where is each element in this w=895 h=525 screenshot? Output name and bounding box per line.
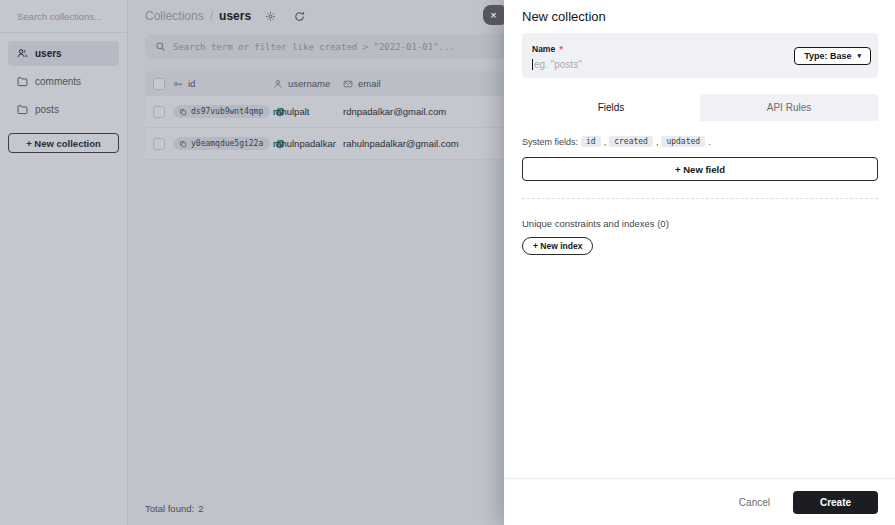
create-button[interactable]: Create [793,491,878,514]
dashed-divider [522,198,878,199]
system-fields-prefix: System fields: [522,137,578,147]
close-icon[interactable]: × [483,5,504,25]
separator: , [656,137,659,147]
app-window: users comments posts + New collection Co… [0,0,895,525]
new-field-button[interactable]: + New field [522,157,878,181]
drawer-footer: Cancel Create [504,478,895,525]
cancel-button[interactable]: Cancel [739,497,770,508]
fields-tab-panel: System fields: id , created , updated . … [504,121,895,255]
indexes-heading: Unique constraints and indexes (0) [522,218,878,229]
separator: , [604,137,607,147]
drawer-title: New collection [504,0,895,24]
collection-type-label: Type: Base [804,51,851,61]
collection-type-dropdown[interactable]: Type: Base ▾ [794,47,871,65]
new-index-button[interactable]: + New index [522,237,593,255]
system-field-badge: id [581,136,601,147]
required-asterisk: * [560,44,563,54]
system-field-badge: updated [661,136,705,147]
chevron-down-icon: ▾ [857,52,861,59]
system-field-badge: created [609,136,653,147]
collection-name-input[interactable] [533,59,733,70]
name-field-label: Name [532,44,555,54]
new-collection-drawer: × New collection Name * Type: Base ▾ Fie… [504,0,895,525]
tab-fields[interactable]: Fields [522,94,700,121]
sentence-period: . [708,137,711,147]
tab-api-rules[interactable]: API Rules [700,94,878,121]
system-fields-note: System fields: id , created , updated . [522,136,878,147]
name-field-group: Name * Type: Base ▾ [522,33,878,78]
drawer-tabs: Fields API Rules [522,94,878,121]
